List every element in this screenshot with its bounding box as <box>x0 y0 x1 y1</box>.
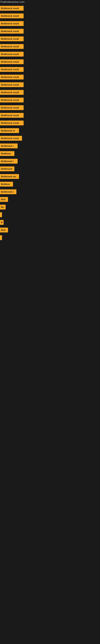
bottleneck-bar: Bottleneck r <box>0 159 18 164</box>
bar-row: Bottleneck r <box>0 142 100 150</box>
bottleneck-bar: Bottleneck result <box>0 90 24 95</box>
bar-row: Bottleneck re <box>0 127 100 134</box>
bar-row: Bottleneck result <box>0 73 100 81</box>
bar-row: Bottleneck result <box>0 81 100 88</box>
bar-row <box>0 234 100 242</box>
bar-row: Bottleneck result <box>0 88 100 96</box>
bottleneck-bar: Bottleneck result <box>0 29 24 34</box>
bottleneck-bar: Bottleneck result <box>0 136 22 141</box>
bar-row: Bo <box>0 203 100 211</box>
bottleneck-bar: Bottleneck result <box>0 14 24 18</box>
bar-row: Bottleneck result <box>0 119 100 127</box>
bottleneck-bar: Bottlene <box>0 182 13 186</box>
bottleneck-bar: Bottleneck r <box>0 144 18 148</box>
bottleneck-bar: Bottleneck r <box>0 190 16 194</box>
bar-row: Bott <box>0 196 100 203</box>
bar-row: Bottleneck result <box>0 12 100 20</box>
bottleneck-bar <box>0 212 2 217</box>
bottleneck-bar: Bo <box>0 205 6 210</box>
bottleneck-bar: Bottleneck result <box>0 6 24 11</box>
bottleneck-bar: Bottlenec <box>0 151 14 156</box>
bottleneck-bar: Bottleneck result <box>0 44 24 49</box>
bar-row: Bottleneck r <box>0 158 100 165</box>
bottleneck-bar: Bottleneck result <box>0 36 24 41</box>
bottleneck-bar: Bottleneck result <box>0 105 24 110</box>
bottleneck-bar: B <box>0 220 3 225</box>
bar-row: Bott <box>0 226 100 234</box>
bottleneck-bar: Bottleneck re <box>0 128 19 133</box>
bar-row: Bottleneck result <box>0 35 100 43</box>
site-header: TheBottlenecker.com <box>0 0 100 4</box>
bottleneck-bar: Bottleneck result <box>0 21 24 26</box>
bar-row: Bottleneck result <box>0 66 100 73</box>
bottleneck-bar: Bottleneck result <box>0 52 24 56</box>
bar-row: Bottleneck result <box>0 58 100 66</box>
bottleneck-bar: Bottleneck <box>0 166 14 171</box>
bar-row: Bottleneck r <box>0 188 100 196</box>
bottleneck-bar: Bottleneck result <box>0 59 24 64</box>
bar-row: Bottleneck result <box>0 20 100 27</box>
bar-row: Bottleneck result <box>0 50 100 58</box>
bottleneck-bar: Bott <box>0 228 8 232</box>
bottleneck-bar <box>0 235 2 240</box>
bar-row: Bottleneck result <box>0 112 100 119</box>
bottleneck-bar: Bottleneck result <box>0 75 24 80</box>
bar-row: Bottleneck result <box>0 43 100 50</box>
bar-row: Bottleneck result <box>0 27 100 35</box>
bottleneck-bar: Bottleneck result <box>0 82 24 87</box>
bar-row: Bottlenec <box>0 150 100 158</box>
bottleneck-bar: Bottleneck res <box>0 174 19 179</box>
bars-container: Bottleneck resultBottleneck resultBottle… <box>0 4 100 242</box>
bar-row: Bottleneck res <box>0 173 100 180</box>
bottleneck-bar: Bottleneck result <box>0 120 24 126</box>
bottleneck-bar: Bottleneck result <box>0 113 24 118</box>
bottleneck-bar: Bottleneck result <box>0 67 24 72</box>
bottleneck-bar: Bott <box>0 197 8 202</box>
bottleneck-bar: Bottleneck result <box>0 98 24 102</box>
bar-row <box>0 211 100 218</box>
bar-row: Bottleneck result <box>0 4 100 12</box>
bar-row: Bottlene <box>0 180 100 188</box>
bar-row: Bottleneck result <box>0 134 100 142</box>
bar-row: Bottleneck <box>0 165 100 173</box>
bar-row: B <box>0 218 100 226</box>
bar-row: Bottleneck result <box>0 104 100 112</box>
bar-row: Bottleneck result <box>0 96 100 104</box>
